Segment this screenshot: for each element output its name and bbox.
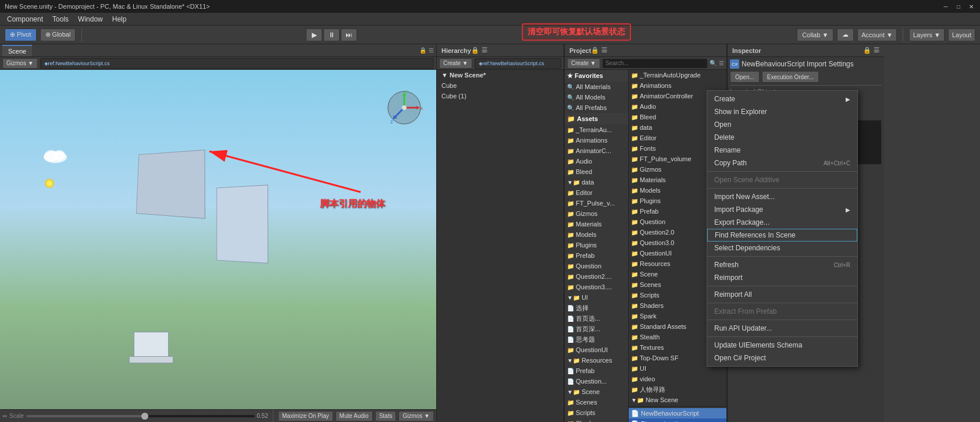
tab-scene[interactable]: Scene (2, 45, 32, 56)
project-left-item-11[interactable]: 📁Plugins (565, 240, 628, 250)
ctx-item-4[interactable]: Rename (707, 144, 857, 157)
menu-component[interactable]: Component (2, 14, 48, 24)
project-left-item-7[interactable]: 📁FT_Pulse_v... (565, 198, 628, 208)
project-left-item-12[interactable]: 📁Prefab (565, 250, 628, 261)
project-lock-icon[interactable]: 🔒 (591, 47, 599, 54)
layout-button[interactable]: Layout (948, 29, 975, 41)
project-left-item-16[interactable]: ▼📁UI (565, 292, 628, 303)
project-left-item-5[interactable]: ▼📁data (565, 177, 628, 187)
hierarchy-create-button[interactable]: Create ▼ (439, 58, 472, 69)
project-left-item-4[interactable]: 📁Bleed (565, 166, 628, 177)
project-right-item-0[interactable]: 📁_TerrainAutoUpgrade (629, 70, 726, 80)
project-item-new-behaviour[interactable]: 📄 NewBehaviourScript (629, 408, 726, 419)
ctx-item-5[interactable]: Copy PathAlt+Ctrl+C (707, 157, 857, 169)
hierarchy-cube[interactable]: Cube (437, 80, 564, 91)
project-left-item-21[interactable]: 📁QuestionUI (565, 345, 628, 355)
cloud-button[interactable]: ☁ (837, 29, 854, 41)
project-left-item-26[interactable]: 📁Scenes (565, 397, 628, 407)
project-left-item-6[interactable]: 📁Editor (565, 187, 628, 198)
ctx-item-22[interactable]: Run API Updater... (707, 322, 857, 335)
global-button[interactable]: ⊕ Global (40, 29, 76, 41)
inspector-lock-icon[interactable]: 🔒 (863, 47, 871, 54)
play-button[interactable]: ▶ (306, 29, 322, 41)
inspector-menu-icon[interactable]: ☰ (874, 47, 879, 54)
ctx-item-24[interactable]: Update UIElements Schema (707, 339, 857, 352)
project-right-item-29[interactable]: 📁video (629, 374, 726, 384)
pivot-button[interactable]: ⊕ Pivot (5, 29, 37, 41)
project-left-item-27[interactable]: 📁Scripts (565, 407, 628, 418)
collab-button[interactable]: Collab ▼ (797, 29, 833, 41)
project-left-item-13[interactable]: 📁Question (565, 261, 628, 271)
project-left-all-prefabs[interactable]: 🔍 All Prefabs (565, 102, 628, 113)
maximize-button[interactable]: □ (954, 2, 963, 10)
ctx-item-18[interactable]: Reimport All (707, 288, 857, 301)
ctx-item-9[interactable]: Import New Asset... (707, 190, 857, 203)
project-left-item-20[interactable]: 📄思考题 (565, 334, 628, 345)
project-right-item-31[interactable]: ▼📁New Scene (629, 395, 726, 405)
execution-order-button[interactable]: Execution Order... (762, 71, 819, 83)
ctx-item-25[interactable]: Open C# Project (707, 352, 857, 364)
maximize-play-button[interactable]: Maximize On Play (278, 411, 333, 421)
project-left-item-2[interactable]: 📁AnimatorC... (565, 146, 628, 156)
ctx-item-16[interactable]: Reimport (707, 271, 857, 284)
menu-help[interactable]: Help (108, 14, 131, 24)
project-left-item-19[interactable]: 📄首页深... (565, 324, 628, 334)
scale-slider-thumb[interactable] (141, 413, 148, 420)
ctx-item-15[interactable]: RefreshCtrl+R (707, 258, 857, 271)
project-left-all-materials[interactable]: 🔍 All Materials (565, 81, 628, 92)
project-left-item-18[interactable]: 📄首页选... (565, 313, 628, 324)
menu-window[interactable]: Window (73, 14, 108, 24)
gizmos-button[interactable]: Gizmos ▼ (2, 58, 38, 69)
project-item-play-animations[interactable]: 📄 Play_animations (629, 419, 726, 422)
ctx-item-10[interactable]: Import Package▶ (707, 203, 857, 216)
ctx-item-12[interactable]: Find References In Scene (707, 229, 857, 242)
project-menu-icon[interactable]: ☰ (601, 47, 607, 54)
stats-button[interactable]: Stats (375, 411, 397, 421)
project-left-item-3[interactable]: 📁Audio (565, 156, 628, 166)
project-left-item-23[interactable]: 📄Prefab (565, 366, 628, 376)
account-button[interactable]: Account ▼ (857, 29, 897, 41)
project-left-item-24[interactable]: 📄Question... (565, 376, 628, 386)
ctx-item-2[interactable]: Open (707, 118, 857, 131)
project-left-item-17[interactable]: 📄选择 (565, 303, 628, 313)
menu-tools[interactable]: Tools (48, 14, 73, 24)
scene-lock-icon[interactable]: 🔒 (419, 47, 426, 54)
open-button[interactable]: Open... (730, 71, 760, 83)
project-create-button[interactable]: Create ▼ (567, 58, 600, 69)
layers-button[interactable]: Layers ▼ (909, 29, 945, 41)
project-left-item-14[interactable]: 📁Question2.... (565, 271, 628, 282)
project-left-item-10[interactable]: 📁Models (565, 229, 628, 240)
project-left-item-0[interactable]: 📁_TerrainAu... (565, 125, 628, 135)
hierarchy-lock-icon[interactable]: 🔒 (471, 47, 479, 54)
minimize-button[interactable]: ─ (942, 2, 950, 10)
project-right-item-30[interactable]: 📁人物寻路 (629, 384, 726, 395)
hierarchy-scene[interactable]: ▼ New Scene* (437, 70, 564, 80)
project-left-all-models[interactable]: 🔍 All Models (565, 92, 628, 102)
ctx-item-0[interactable]: Create▶ (707, 93, 857, 105)
project-left-item-15[interactable]: 📁Question3.... (565, 282, 628, 292)
hierarchy-cube-1[interactable]: Cube (1) (437, 91, 564, 101)
project-left-item-8[interactable]: 📁Gizmos (565, 208, 628, 219)
project-left-item-25[interactable]: ▼📁Scene (565, 386, 628, 397)
project-left-item-28[interactable]: 📁Shaders (565, 418, 628, 422)
mute-audio-button[interactable]: Mute Audio (336, 411, 373, 421)
gizmos-game-button[interactable]: Gizmos ▼ (398, 411, 434, 421)
close-button[interactable]: ✕ (967, 2, 975, 10)
project-filter-icon[interactable]: ☰ (719, 60, 724, 66)
ctx-item-3[interactable]: Delete (707, 131, 857, 144)
hierarchy-menu-icon[interactable]: ☰ (482, 47, 487, 54)
gizmo-widget[interactable]: X Y Z (384, 87, 425, 128)
project-left-item-9[interactable]: 📁Materials (565, 219, 628, 229)
project-search-icon[interactable]: 🔍 (710, 60, 717, 66)
ctx-item-11[interactable]: Export Package... (707, 216, 857, 229)
project-right-item-1[interactable]: 📁Animations (629, 80, 726, 91)
project-left-item-22[interactable]: ▼📁Resources (565, 355, 628, 366)
scene-view[interactable]: X Y Z (0, 70, 436, 409)
pause-button[interactable]: ⏸ (323, 29, 340, 41)
ctx-item-13[interactable]: Select Dependencies (707, 242, 857, 254)
scene-menu-icon[interactable]: ☰ (429, 47, 434, 54)
project-search[interactable] (603, 59, 707, 68)
project-left-item-1[interactable]: 📁Animations (565, 135, 628, 146)
step-button[interactable]: ⏭ (341, 29, 357, 41)
ctx-item-1[interactable]: Show in Explorer (707, 105, 857, 118)
